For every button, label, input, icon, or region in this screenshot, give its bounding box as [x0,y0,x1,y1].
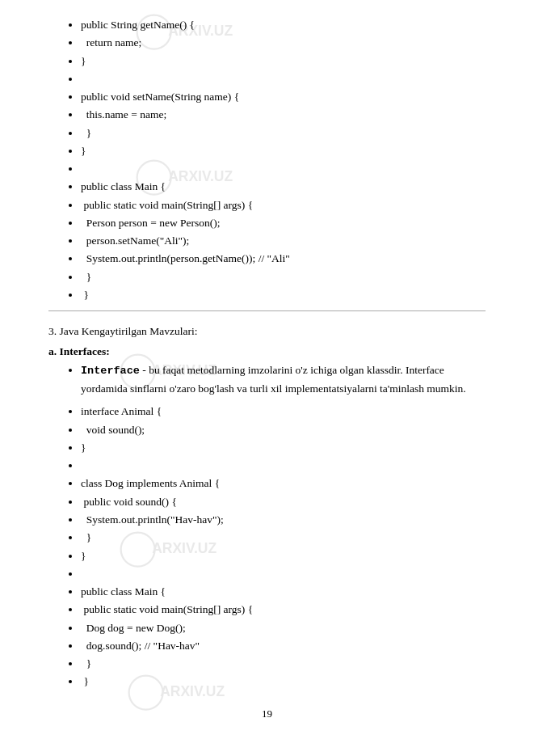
section3-header: 3. Java Kengaytirilgan Mavzulari: [48,323,486,340]
code-line-15: } [81,268,486,286]
icode-line-11: public class Main { [81,583,486,601]
code-line-9 [81,160,486,178]
icode-line-9: } [81,547,486,565]
code-list-top: public String getName() { return name; }… [48,16,486,304]
code-line-8: } [81,142,486,160]
code-line-16: } [81,286,486,304]
icode-line-7: System.out.println("Hav-hav"); [81,511,486,529]
code-line-2: return name; [81,34,486,52]
icode-line-6: public void sound() { [81,493,486,511]
code-line-11: public static void main(String[] args) { [81,196,486,214]
icode-line-8: } [81,529,486,547]
icode-line-3: } [81,439,486,457]
icode-line-1: interface Animal { [81,403,486,420]
code-line-13: person.setName("Ali"); [81,232,486,250]
section-a-header: a. Interfaces: [48,345,486,358]
icode-line-4 [81,457,486,475]
page-number: 19 [48,707,486,720]
section-divider [48,310,486,311]
code-line-7: } [81,125,486,142]
code-line-12: Person person = new Person(); [81,214,486,232]
icode-line-14: dog.sound(); // "Hav-hav" [81,637,486,655]
icode-line-10 [81,565,486,583]
icode-line-5: class Dog implements Animal { [81,475,486,492]
code-line-3: } [81,53,486,70]
icode-line-16: } [81,673,486,691]
code-line-4 [81,70,486,88]
interface-label: Interface [81,365,140,377]
interface-description-list: Interface - bu faqat metodlarning imzola… [48,361,486,399]
code-line-10: public class Main { [81,178,486,196]
icode-line-2: void sound(); [81,421,486,439]
code-line-5: public void setName(String name) { [81,88,486,106]
icode-line-15: } [81,655,486,673]
section3-title: 3. Java Kengaytirilgan Mavzulari: [48,325,197,337]
code-list-interface: interface Animal { void sound(); } class… [48,403,486,691]
interface-description-item: Interface - bu faqat metodlarning imzola… [81,361,486,399]
icode-line-12: public static void main(String[] args) { [81,601,486,619]
section-a-title: a. Interfaces: [48,345,110,357]
icode-line-13: Dog dog = new Dog(); [81,619,486,637]
code-line-14: System.out.println(person.getName()); //… [81,250,486,268]
code-line-1: public String getName() { [81,16,486,34]
code-line-6: this.name = name; [81,106,486,124]
